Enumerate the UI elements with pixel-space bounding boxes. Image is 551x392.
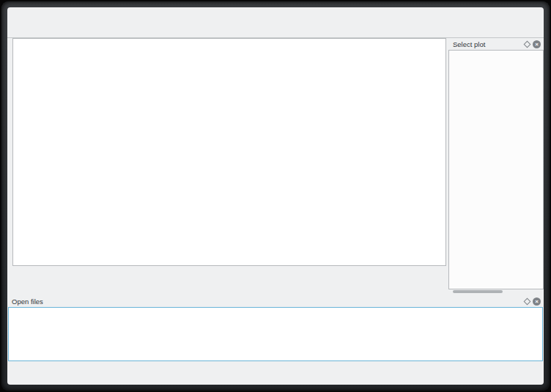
bottom-dock-tabs <box>11 363 544 377</box>
open-files-dock-title: Open files × <box>7 295 544 307</box>
plot-canvas[interactable] <box>12 38 446 266</box>
close-dock-icon[interactable]: × <box>533 297 541 306</box>
app-content: Select plot × Open files × <box>7 7 544 385</box>
float-dock-icon[interactable] <box>524 40 531 48</box>
open-files-table <box>8 307 543 361</box>
rrul-figure <box>13 39 445 265</box>
plot-area <box>12 38 446 294</box>
scrollbar-handle[interactable] <box>453 290 503 293</box>
menu-bar <box>7 7 544 21</box>
float-dock-icon[interactable] <box>524 297 531 305</box>
app-window: Select plot × Open files × <box>1 1 550 391</box>
plot-list <box>448 50 544 289</box>
select-plot-dock-title: Select plot × <box>448 38 544 50</box>
document-tabs <box>7 21 544 38</box>
close-dock-icon[interactable]: × <box>533 40 541 48</box>
select-plot-dock: Select plot × <box>448 38 544 294</box>
main-area: Select plot × <box>7 38 544 294</box>
select-plot-title: Select plot <box>453 40 485 48</box>
matplotlib-toolbar <box>12 266 446 292</box>
open-files-dock: Open files × <box>7 295 544 361</box>
plot-list-hscrollbar[interactable] <box>448 289 544 294</box>
open-files-title: Open files <box>12 297 43 306</box>
